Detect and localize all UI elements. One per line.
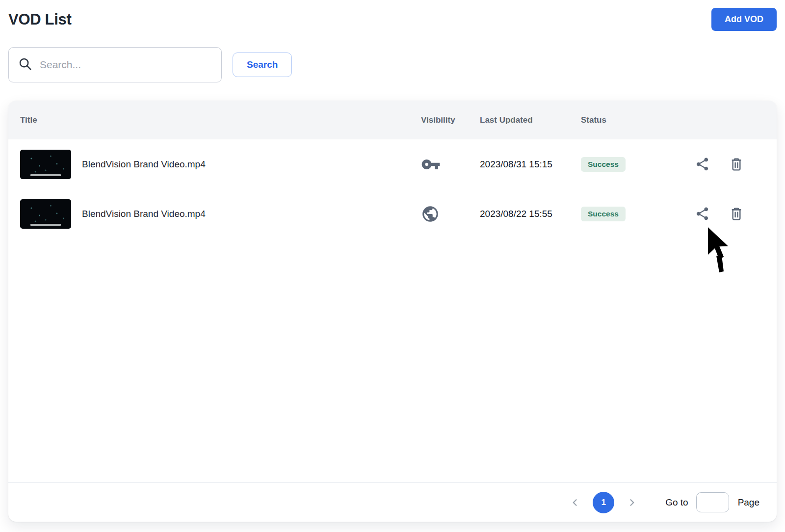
page-number-button[interactable]: 1: [593, 492, 614, 513]
title-cell: BlendVision Brand Video.mp4: [20, 150, 421, 179]
search-box[interactable]: [8, 47, 222, 82]
table-footer: 1 Go to Page: [8, 482, 777, 522]
status-badge: Success: [581, 157, 626, 172]
column-header-last-updated: Last Updated: [480, 115, 581, 125]
column-header-status: Status: [581, 115, 695, 125]
topbar: VOD List Add VOD: [8, 0, 777, 31]
globe-icon: [421, 205, 480, 223]
share-icon: [695, 215, 710, 223]
delete-button[interactable]: [729, 206, 744, 222]
chevron-right-icon: [627, 502, 637, 509]
row-actions: [695, 157, 765, 172]
vod-table-card: Title Visibility Last Updated Status Ble…: [8, 101, 777, 522]
status-cell: Success: [581, 207, 695, 221]
prev-page-button[interactable]: [570, 498, 580, 507]
video-thumbnail: [20, 150, 71, 179]
table-body: BlendVision Brand Video.mp4 2023/08/31 1…: [8, 139, 777, 482]
next-page-button[interactable]: [627, 498, 637, 507]
goto-label: Go to: [665, 497, 688, 508]
trash-icon: [729, 216, 744, 223]
add-vod-button[interactable]: Add VOD: [711, 8, 777, 31]
page-label: Page: [738, 497, 759, 508]
video-title: BlendVision Brand Video.mp4: [82, 159, 206, 170]
share-button[interactable]: [695, 157, 710, 172]
last-updated: 2023/08/31 15:15: [480, 159, 581, 170]
share-button[interactable]: [695, 206, 710, 221]
delete-button[interactable]: [729, 157, 744, 172]
share-icon: [695, 166, 710, 173]
page-title: VOD List: [8, 11, 72, 28]
title-cell: BlendVision Brand Video.mp4: [20, 199, 421, 229]
row-actions: [695, 206, 765, 222]
column-header-title: Title: [20, 115, 421, 125]
status-badge: Success: [581, 207, 626, 221]
status-cell: Success: [581, 157, 695, 172]
goto-page-input[interactable]: [696, 492, 729, 512]
video-thumbnail: [20, 199, 71, 229]
video-title: BlendVision Brand Video.mp4: [82, 209, 206, 219]
search-icon: [18, 56, 32, 73]
trash-icon: [729, 166, 744, 174]
last-updated: 2023/08/22 15:55: [480, 209, 581, 219]
search-row: Search: [8, 47, 777, 82]
column-header-visibility: Visibility: [421, 115, 480, 125]
search-input[interactable]: [40, 59, 212, 71]
search-button[interactable]: Search: [233, 53, 292, 77]
table-row[interactable]: BlendVision Brand Video.mp4 2023/08/31 1…: [8, 139, 777, 189]
chevron-left-icon: [570, 502, 580, 509]
table-row[interactable]: BlendVision Brand Video.mp4 2023/08/22 1…: [8, 189, 777, 239]
thumbnail-caption: [30, 224, 61, 226]
table-header-row: Title Visibility Last Updated Status: [8, 101, 777, 139]
pagination: 1 Go to Page: [570, 492, 759, 513]
thumbnail-caption: [30, 174, 61, 176]
vod-list-page: VOD List Add VOD Search Title Visibility…: [0, 0, 785, 532]
key-icon: [421, 155, 480, 174]
